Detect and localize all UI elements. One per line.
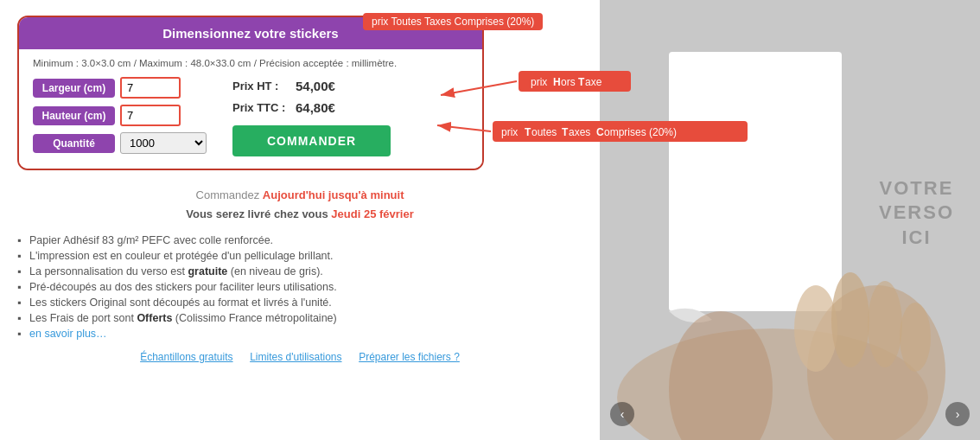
feature-7[interactable]: en savoir plus…: [17, 326, 582, 341]
feature-2: L'impression est en couleur et protégée …: [17, 248, 582, 264]
right-panel: VOTREVERSOICI ‹ ›: [600, 0, 980, 440]
delivery-highlight2: Jeudi 25 février: [331, 207, 413, 220]
delivery-highlight1: Aujourd'hui jusqu'à minuit: [263, 188, 404, 201]
configurator-body: Minimum : 3.0×3.0 cm / Maximum : 48.0×33…: [19, 49, 482, 169]
quantite-select[interactable]: 100 250 500 1000 2000 5000: [120, 132, 207, 154]
delivery-line2: Vous serez livré chez vous Jeudi 25 févr…: [17, 205, 582, 224]
next-image-button[interactable]: ›: [945, 402, 970, 426]
delivery-info: Commandez Aujourd'hui jusqu'à minuit Vou…: [17, 186, 582, 224]
hauteur-input[interactable]: [120, 105, 181, 126]
feature-3: La personnalisation du verso est gratuit…: [17, 264, 582, 279]
feature-5: Les stickers Original sont découpés au f…: [17, 295, 582, 310]
svg-point-7: [868, 281, 902, 367]
svg-rect-1: [669, 52, 842, 311]
largeur-row: Largeur (cm): [33, 77, 207, 99]
largeur-input[interactable]: [120, 77, 181, 99]
fields-pricing-row: Largeur (cm) Hauteur (cm) Quantité: [33, 77, 468, 156]
quantite-label: Quantité: [33, 134, 115, 153]
price-ttc-value: 64,80€: [296, 100, 335, 115]
feature-6: Les Frais de port sont Offerts (Colissim…: [17, 310, 582, 326]
image-navigation: ‹ ›: [600, 402, 980, 426]
feature-1: Papier Adhésif 83 g/m² PEFC avec colle r…: [17, 233, 582, 248]
pricing-column: Prix HT : 54,00€ Prix TTC : 64,80€ COMMA…: [232, 77, 391, 156]
delivery-prefix1: Commandez: [196, 188, 263, 201]
svg-point-6: [831, 272, 869, 367]
price-ttc-label: Prix TTC :: [232, 101, 289, 114]
price-ht-value: 54,00€: [296, 79, 335, 93]
verso-label: VOTREVERSOICI: [879, 175, 954, 250]
prev-image-button[interactable]: ‹: [610, 402, 634, 426]
commander-button[interactable]: COMMANDER: [232, 125, 391, 156]
annotation-ttc-badge: prix Toutes Taxes Comprises (20%): [363, 13, 543, 30]
largeur-label: Largeur (cm): [33, 79, 115, 98]
left-content: Dimensionnez votre stickers Minimum : 3.…: [0, 0, 600, 440]
delivery-prefix2: Vous serez livré chez vous: [186, 207, 331, 220]
annotation-ttc-container: prix Toutes Taxes Comprises (20%): [363, 13, 543, 30]
dimension-note: Minimum : 3.0×3.0 cm / Maximum : 48.0×33…: [33, 58, 468, 68]
price-ht-row: Prix HT : 54,00€: [232, 79, 391, 93]
configurator-box: Dimensionnez votre stickers Minimum : 3.…: [17, 16, 484, 170]
svg-point-5: [794, 285, 837, 372]
features-list: Papier Adhésif 83 g/m² PEFC avec colle r…: [17, 233, 582, 341]
quantite-row: Quantité 100 250 500 1000 2000 5000: [33, 132, 207, 154]
footer-link-fichiers[interactable]: Préparer les fichiers ?: [359, 351, 460, 363]
price-ttc-row: Prix TTC : 64,80€: [232, 100, 391, 115]
footer-links: Échantillons gratuits Limites d'utilisat…: [17, 350, 582, 363]
hauteur-label: Hauteur (cm): [33, 106, 115, 125]
page-wrapper: Dimensionnez votre stickers Minimum : 3.…: [0, 0, 980, 440]
svg-point-8: [900, 303, 931, 372]
hauteur-row: Hauteur (cm): [33, 105, 207, 126]
fields-column: Largeur (cm) Hauteur (cm) Quantité: [33, 77, 207, 154]
feature-4: Pré-découpés au dos des stickers pour fa…: [17, 279, 582, 295]
footer-link-echantillons[interactable]: Échantillons gratuits: [140, 351, 232, 363]
footer-link-limites[interactable]: Limites d'utilisations: [250, 351, 341, 363]
price-ht-label: Prix HT :: [232, 80, 289, 92]
delivery-line1: Commandez Aujourd'hui jusqu'à minuit: [17, 186, 582, 205]
